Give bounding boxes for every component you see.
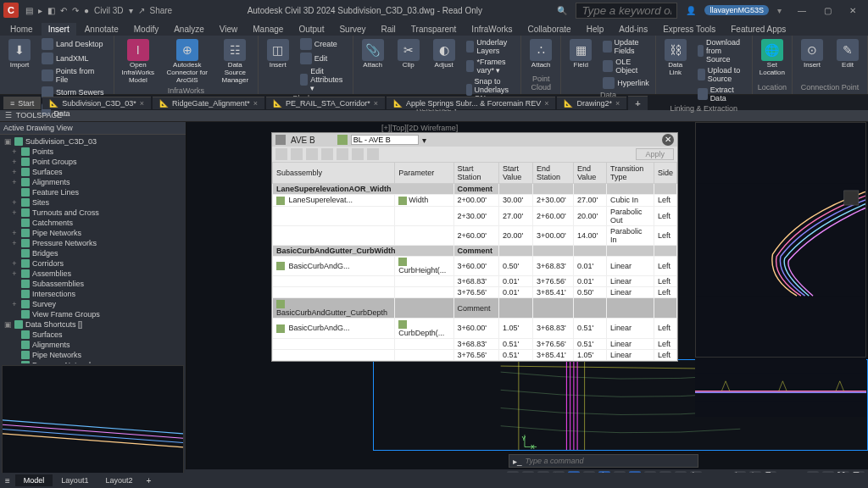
- table-row[interactable]: 3+68.83'0.51'3+76.56'0.51'LinearLeft: [273, 338, 677, 349]
- table-cell[interactable]: [533, 245, 574, 256]
- ribbon-tab-infraworks[interactable]: InfraWorks: [465, 23, 519, 36]
- table-cell[interactable]: 0.51': [498, 349, 532, 360]
- table-cell[interactable]: [395, 276, 453, 287]
- tree-item[interactable]: +Points: [0, 147, 186, 157]
- table-cell[interactable]: 0.51': [498, 338, 532, 349]
- tree-item[interactable]: +Pipe Networks: [0, 228, 186, 238]
- ribbon-tab-express tools[interactable]: Express Tools: [656, 23, 722, 36]
- insert-block-button[interactable]: ◫Insert: [262, 37, 294, 71]
- column-header[interactable]: Subassembly: [273, 163, 395, 184]
- pointcloud-attach-button[interactable]: ∴Attach: [525, 37, 557, 71]
- table-cell[interactable]: 0.50': [573, 287, 606, 298]
- tree-item[interactable]: Pipe Networks: [0, 350, 186, 360]
- setlocation-button[interactable]: 🌐Set Location: [756, 37, 788, 79]
- datasource-button[interactable]: ☷Data Source Manager: [216, 37, 254, 86]
- tree-item[interactable]: Subassemblies: [0, 279, 186, 289]
- table-cell[interactable]: Left: [654, 287, 676, 298]
- table-cell[interactable]: 3+76.56': [533, 338, 574, 349]
- table-cell[interactable]: [573, 298, 606, 319]
- drawing-tab[interactable]: 📐 PE_RAIL_STA_Corridor* ×: [266, 97, 385, 109]
- table-cell[interactable]: 2+00.00': [453, 195, 498, 207]
- layout-menu-icon[interactable]: ≡: [0, 476, 15, 485]
- tree-item[interactable]: View Frame Groups: [0, 309, 186, 319]
- column-header[interactable]: End Station: [533, 163, 574, 184]
- column-header[interactable]: Start Station: [453, 163, 498, 184]
- pano-tb-btn[interactable]: [291, 148, 303, 160]
- app-logo[interactable]: C: [3, 3, 19, 18]
- table-cell[interactable]: Linear: [607, 287, 654, 298]
- table-cell[interactable]: [395, 298, 453, 319]
- table-cell[interactable]: [498, 298, 532, 319]
- table-cell[interactable]: [654, 184, 676, 195]
- pano-tb-btn[interactable]: [275, 148, 287, 160]
- table-cell[interactable]: Comment: [453, 184, 498, 195]
- table-row[interactable]: BasicCurbAndGutter_CurbDepthComment: [273, 298, 677, 319]
- cp-insert-button[interactable]: ⊙Insert: [796, 37, 828, 71]
- table-cell[interactable]: BasicCurbAndG...: [273, 318, 395, 338]
- table-cell[interactable]: [273, 206, 395, 225]
- maximize-button[interactable]: ▢: [815, 3, 839, 18]
- table-cell[interactable]: [654, 245, 676, 256]
- panorama-header[interactable]: AVE B ▾ ✕: [272, 133, 677, 147]
- table-cell[interactable]: BasicCurbAndGutter_CurbDepth: [273, 298, 395, 319]
- ribbon-item[interactable]: Update Fields: [600, 37, 652, 56]
- pano-tb-btn[interactable]: [321, 148, 333, 160]
- close-button[interactable]: ✕: [841, 3, 865, 18]
- table-cell[interactable]: 3+85.41': [533, 287, 574, 298]
- table-cell[interactable]: 20.00': [498, 225, 532, 245]
- table-cell[interactable]: Left: [654, 349, 676, 360]
- ribbon-tab-transparent[interactable]: Transparent: [404, 23, 464, 36]
- datalink-button[interactable]: ⛓Data Link: [659, 37, 692, 79]
- table-cell[interactable]: [607, 298, 654, 319]
- ribbon-item[interactable]: Underlay Layers: [464, 37, 518, 56]
- table-cell[interactable]: Linear: [607, 318, 654, 338]
- viewport-label[interactable]: [+][Top][2D Wireframe]: [381, 124, 458, 132]
- active-drawing-view-header[interactable]: Active Drawing View: [0, 122, 186, 135]
- table-row[interactable]: 2+60.00'20.00'3+00.00'14.00'Parabolic In…: [273, 225, 677, 245]
- table-cell[interactable]: [654, 298, 676, 319]
- ribbon-tab-survey[interactable]: Survey: [332, 23, 372, 36]
- qat-civil-icon[interactable]: ●: [84, 6, 89, 15]
- table-cell[interactable]: 0.01': [498, 287, 532, 298]
- ribbon-item[interactable]: Edit: [298, 52, 349, 65]
- table-cell[interactable]: [607, 245, 654, 256]
- qat-open-icon[interactable]: ▸: [38, 6, 42, 15]
- qat-dropdown-icon[interactable]: ▾: [129, 6, 133, 15]
- table-row[interactable]: 3+76.56'0.51'3+85.41'1.05'LinearLeft: [273, 349, 677, 360]
- table-cell[interactable]: Left: [654, 318, 676, 338]
- ribbon-item[interactable]: Edit Attributes ▾: [298, 66, 349, 93]
- tree-item[interactable]: Alignments: [0, 340, 186, 350]
- ribbon-item[interactable]: Land Desktop: [39, 37, 110, 51]
- table-cell[interactable]: 3+68.83': [533, 256, 574, 276]
- layout-tab[interactable]: Model: [15, 474, 53, 486]
- pano-tb-btn[interactable]: [337, 148, 348, 160]
- apply-button[interactable]: Apply: [636, 148, 674, 160]
- table-cell[interactable]: Left: [654, 206, 676, 225]
- clip-button[interactable]: ✂Clip: [392, 37, 425, 71]
- layout-add-icon[interactable]: +: [141, 476, 156, 485]
- pano-tb-btn[interactable]: [306, 148, 318, 160]
- new-drawing-tab[interactable]: +: [628, 96, 647, 110]
- panorama-close-button[interactable]: ✕: [662, 134, 674, 146]
- arcgis-connector-button[interactable]: ⊕Autodesk Connector for ArcGIS: [162, 37, 213, 86]
- tree-item[interactable]: Feature Lines: [0, 187, 186, 197]
- drawing-tab[interactable]: 📐 Apple Springs Subr... & Forcemain REV …: [387, 97, 555, 109]
- table-cell[interactable]: 0.01': [498, 276, 532, 287]
- table-row[interactable]: LaneSuperelevat...Width2+00.00'30.00'2+3…: [273, 195, 677, 207]
- tree-item[interactable]: Catchments: [0, 218, 186, 228]
- table-cell[interactable]: [273, 225, 395, 245]
- user-badge[interactable]: llavayenMG53S: [704, 5, 769, 15]
- table-cell[interactable]: 2+30.00': [453, 206, 498, 225]
- ribbon-item[interactable]: Points from File: [39, 66, 110, 85]
- table-cell[interactable]: 3+68.83': [453, 276, 498, 287]
- table-cell[interactable]: [395, 349, 453, 360]
- table-cell[interactable]: Linear: [607, 349, 654, 360]
- qat-new-icon[interactable]: ▤: [25, 6, 33, 15]
- tree-item[interactable]: Intersections: [0, 289, 186, 299]
- table-cell[interactable]: 1.05': [573, 349, 606, 360]
- table-cell[interactable]: 27.00': [498, 206, 532, 225]
- table-cell[interactable]: 0.50': [498, 256, 532, 276]
- table-cell[interactable]: Cubic In: [607, 195, 654, 207]
- ribbon-item[interactable]: Upload to Source: [695, 65, 748, 84]
- table-cell[interactable]: Left: [654, 276, 676, 287]
